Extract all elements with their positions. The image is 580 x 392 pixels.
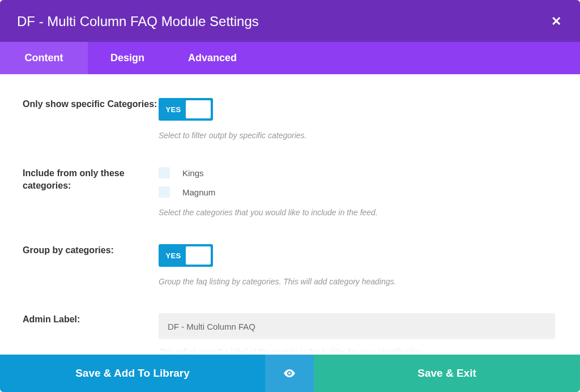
only-show-specific-toggle[interactable]: YES — [159, 98, 213, 121]
field-control-col: Kings Magnum Select the categories that … — [159, 167, 557, 217]
modal-footer: Save & Add To Library Save & Exit — [0, 355, 580, 392]
tab-bar: Content Design Advanced — [0, 42, 580, 74]
checkbox-box — [159, 186, 170, 198]
modal-body: Only show specific Categories: YES Selec… — [0, 74, 580, 356]
group-by-label: Group by categories: — [23, 244, 159, 257]
only-show-specific-help: Select to filter outpt by specific categ… — [159, 131, 557, 140]
admin-label-input[interactable] — [159, 313, 555, 339]
tab-advanced[interactable]: Advanced — [167, 42, 258, 74]
include-categories-label: Include from only these categories: — [23, 167, 159, 191]
field-label-col: Only show specific Categories: — [23, 98, 159, 110]
field-include-categories: Include from only these categories: King… — [23, 167, 557, 217]
close-icon[interactable]: ✕ — [549, 14, 563, 29]
eye-icon — [283, 367, 296, 380]
field-control-col: YES Select to filter outpt by specific c… — [159, 98, 557, 140]
category-option-kings[interactable]: Kings — [159, 167, 557, 178]
field-control-col: YES Group the faq listing by categories.… — [159, 244, 557, 286]
tab-design[interactable]: Design — [88, 42, 167, 74]
field-label-col: Include from only these categories: — [23, 167, 159, 191]
toggle-value-text: YES — [161, 252, 186, 260]
tab-content[interactable]: Content — [0, 42, 88, 74]
only-show-specific-label: Only show specific Categories: — [23, 98, 159, 110]
field-group-by: Group by categories: YES Group the faq l… — [23, 244, 557, 286]
toggle-handle — [186, 246, 211, 265]
field-admin-label: Admin Label: This will change the label … — [23, 313, 557, 356]
toggle-handle — [186, 100, 211, 118]
checkbox-label: Kings — [182, 168, 204, 178]
include-categories-help: Select the categories that you would lik… — [159, 208, 557, 217]
modal-title: DF - Multi Column FAQ Module Settings — [17, 14, 259, 29]
category-option-magnum[interactable]: Magnum — [159, 186, 557, 198]
field-label-col: Group by categories: — [23, 244, 159, 257]
save-add-library-button[interactable]: Save & Add To Library — [0, 355, 265, 392]
group-by-help: Group the faq listing by categories. Thi… — [159, 277, 557, 286]
checkbox-label: Magnum — [182, 188, 215, 197]
field-label-col: Admin Label: — [23, 313, 159, 326]
admin-label-label: Admin Label: — [23, 313, 159, 326]
toggle-value-text: YES — [161, 105, 186, 114]
field-only-show-specific: Only show specific Categories: YES Selec… — [23, 98, 557, 140]
settings-modal: DF - Multi Column FAQ Module Settings ✕ … — [0, 0, 580, 392]
modal-header: DF - Multi Column FAQ Module Settings ✕ — [0, 0, 580, 42]
save-exit-button[interactable]: Save & Exit — [314, 355, 580, 392]
checkbox-box — [159, 167, 170, 178]
field-control-col: This will change the label of the module… — [159, 313, 557, 356]
preview-button[interactable] — [265, 355, 314, 392]
group-by-toggle[interactable]: YES — [159, 244, 213, 267]
